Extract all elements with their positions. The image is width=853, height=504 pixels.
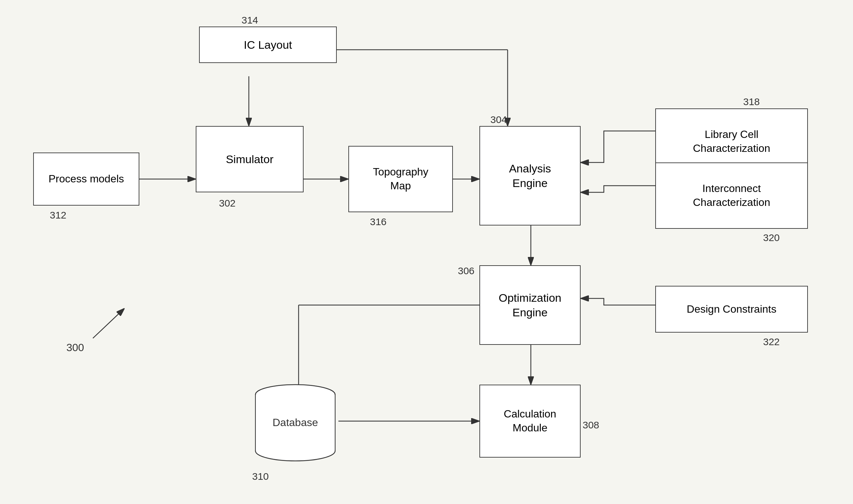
- flow-arrows: [0, 0, 853, 504]
- optimization-engine-ref: 306: [458, 265, 474, 276]
- diagram-ref: 300: [66, 342, 84, 354]
- ic-layout-box: IC Layout: [199, 26, 337, 63]
- ic-layout-ref: 314: [242, 15, 258, 26]
- svg-line-13: [93, 308, 124, 338]
- topography-map-box: TopographyMap: [348, 146, 453, 212]
- database-icon: Database: [252, 378, 338, 468]
- interconnect-ref: 320: [763, 232, 780, 244]
- design-constraints-box: Design Constraints: [655, 286, 808, 332]
- topography-map-ref: 316: [370, 216, 386, 228]
- process-models-box: Process models: [33, 152, 139, 205]
- optimization-engine-box: OptimizationEngine: [480, 265, 580, 345]
- database-ref: 310: [252, 471, 269, 482]
- analysis-engine-box: AnalysisEngine: [480, 126, 580, 226]
- calculation-module-box: CalculationModule: [480, 385, 580, 457]
- library-cell-ref: 318: [743, 96, 760, 107]
- design-constraints-ref: 322: [763, 336, 780, 347]
- interconnect-box: InterconnectCharacterization: [655, 162, 808, 229]
- analysis-engine-ref: 304: [490, 114, 507, 125]
- diagram: IC Layout 314 Simulator 302 Process mode…: [0, 0, 853, 504]
- simulator-ref: 302: [219, 198, 236, 209]
- calculation-module-ref: 308: [582, 419, 599, 431]
- process-models-ref: 312: [50, 210, 66, 221]
- simulator-box: Simulator: [196, 126, 303, 192]
- svg-text:Database: Database: [273, 416, 318, 428]
